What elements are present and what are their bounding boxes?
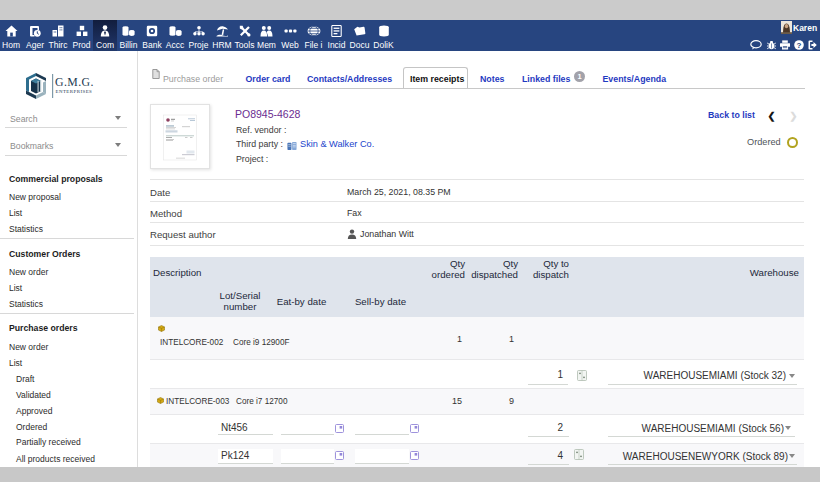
svg-text:ENTERPRISES: ENTERPRISES — [56, 88, 93, 93]
svg-text:G.M.G.: G.M.G. — [55, 75, 94, 89]
svg-text:?: ? — [797, 41, 802, 50]
